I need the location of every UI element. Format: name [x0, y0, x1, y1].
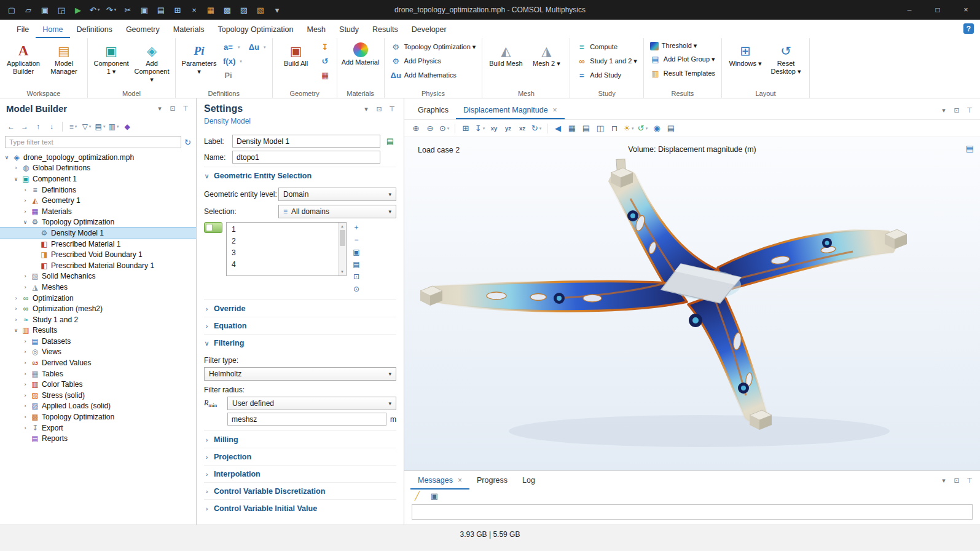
tree-toggle-icon[interactable]: › [13, 165, 19, 171]
zoom-out-icon[interactable]: ⊖ [423, 122, 437, 135]
add-to-selection-icon[interactable]: + [350, 222, 363, 233]
create-selection-icon[interactable]: ⊡ [350, 271, 363, 282]
tree-toggle-icon[interactable]: › [22, 273, 28, 279]
tree-item-geometry-1[interactable]: ›◭Geometry 1 [0, 195, 196, 206]
tree-toggle-icon[interactable]: › [22, 425, 28, 431]
drone-3d-model[interactable] [404, 137, 980, 470]
scroll-up-icon[interactable]: ▲ [340, 223, 344, 230]
selection-list-item[interactable]: 1 [227, 223, 338, 235]
tree-item-views[interactable]: ›◎Views [0, 347, 196, 358]
paste-selection-icon[interactable]: ▤ [350, 259, 363, 270]
filter-radius-dropdown[interactable]: User defined [227, 397, 396, 410]
view-yz-icon[interactable]: yz [501, 122, 515, 135]
windows-button[interactable]: ⊞Windows ▾ [726, 40, 765, 77]
tree-toggle-icon[interactable]: › [22, 392, 28, 398]
functions-button[interactable]: f(x)▾ [221, 54, 245, 68]
tree-item-study-1-and-2[interactable]: ›≈Study 1 and 2 [0, 314, 196, 325]
snapshot-icon[interactable]: ◉ [650, 122, 664, 135]
clear-log-icon[interactable]: ╱ [412, 491, 423, 502]
close-tab-icon[interactable]: × [553, 106, 557, 114]
menu-tab-materials[interactable]: Materials [167, 22, 211, 38]
tree-item-optimization-mesh2[interactable]: ›∞Optimization (mesh2) [0, 303, 196, 314]
section-milling[interactable]: ›Milling [204, 430, 396, 448]
add-physics-button[interactable]: ⚙Add Physics [388, 54, 479, 68]
tree-toggle-icon[interactable]: › [22, 360, 28, 366]
threshold-button[interactable]: Threshold ▾ [648, 40, 718, 52]
orientation-icon[interactable]: ↧▾ [473, 122, 487, 135]
view-xy-icon[interactable]: xy [487, 122, 501, 135]
preview-icon[interactable]: ◲ [53, 2, 69, 17]
graphics-canvas[interactable]: Load case 2 Volume: Displacement magnitu… [404, 137, 980, 470]
add-plot-group-button[interactable]: ▤Add Plot Group ▾ [648, 52, 718, 66]
filter-radius-input[interactable] [227, 413, 386, 426]
update-view-icon[interactable]: ↻▾ [530, 122, 543, 135]
panel-pin-icon[interactable]: ⊤ [965, 106, 974, 114]
menu-tab-study[interactable]: Study [332, 22, 366, 38]
view-xz-icon[interactable]: xz [515, 122, 529, 135]
tree-item-materials[interactable]: ›▦Materials [0, 206, 196, 217]
messages-output[interactable] [412, 504, 973, 520]
copy-selection-icon[interactable]: ▣ [350, 247, 363, 258]
active-toggle[interactable] [204, 222, 222, 233]
tree-toggle-icon[interactable]: › [13, 295, 19, 301]
forward-icon[interactable]: → [18, 121, 31, 133]
tree-item-color-tables[interactable]: ›▥Color Tables [0, 379, 196, 390]
zoom-to-selection-icon[interactable]: ⊙ [350, 283, 363, 295]
gfx-tab-graphics[interactable]: Graphics [410, 101, 456, 119]
parameters-button[interactable]: PiParameters ▾ [179, 40, 219, 77]
close-tab-icon[interactable]: × [458, 476, 462, 485]
tree-toggle-icon[interactable]: › [22, 349, 28, 355]
msg-tab-messages[interactable]: Messages× [410, 471, 469, 490]
tree-toggle-icon[interactable]: › [22, 414, 28, 420]
section-equation[interactable]: ›Equation [204, 317, 396, 334]
refresh-icon[interactable]: ↻ [184, 138, 191, 147]
undo-icon[interactable]: ↶▾ [87, 2, 103, 17]
tree-item-tables[interactable]: ›▦Tables [0, 368, 196, 379]
tree-item-global-definitions[interactable]: ›◍Global Definitions [0, 163, 196, 174]
panel-detach-icon[interactable]: ⊡ [168, 105, 177, 113]
add-material-button[interactable]: Add Material [341, 40, 380, 68]
mesh-toolbar-icon[interactable]: ▩ [219, 2, 235, 17]
remove-from-selection-icon[interactable]: − [350, 234, 363, 245]
section-geometric-entity-selection[interactable]: ∨ Geometric Entity Selection [204, 167, 396, 184]
redo-icon[interactable]: ↷▾ [103, 2, 119, 17]
tree-item-topology-optimization[interactable]: ∨⚙Topology Optimization [0, 217, 196, 228]
section-interpolation[interactable]: ›Interpolation [204, 465, 396, 482]
collapse-all-icon[interactable]: ▤▾ [94, 121, 106, 133]
tree-item-stress-solid[interactable]: ›▨Stress (solid) [0, 390, 196, 401]
cut-icon[interactable]: ✂ [120, 2, 136, 17]
nonlocal-couplings-button[interactable]: Δu▾ [246, 40, 269, 54]
filter-input[interactable] [5, 136, 181, 148]
panel-detach-icon[interactable]: ⊡ [375, 105, 383, 113]
tree-toggle-icon[interactable]: › [22, 403, 28, 409]
section-projection[interactable]: ›Projection [204, 448, 396, 465]
reset-desktop-button[interactable]: ↺Reset Desktop ▾ [766, 40, 806, 77]
add-component-button[interactable]: ◈Add Component ▾ [132, 40, 171, 85]
selection-list-item[interactable]: 2 [227, 235, 338, 247]
go-to-default-view-icon[interactable]: ⊞ [459, 122, 472, 135]
menu-tab-home[interactable]: Home [36, 22, 69, 38]
plot-settings-icon[interactable]: ▤ [966, 143, 974, 153]
variables-button[interactable]: a=▾ [221, 40, 245, 54]
menu-tab-developer[interactable]: Developer [405, 22, 453, 38]
tree-item-drone-topology-optimization-mph[interactable]: ∨◈drone_topology_optimization.mph [0, 152, 196, 163]
new-file-icon[interactable]: ▢ [4, 2, 20, 17]
panel-pin-icon[interactable]: ⊤ [181, 105, 190, 113]
show-grid-icon[interactable]: ▦ [565, 122, 579, 135]
clip-plane-icon[interactable]: ◫ [594, 122, 607, 135]
back-icon[interactable]: ← [5, 121, 17, 133]
move-down-icon[interactable]: ↓ [45, 121, 58, 133]
tree-toggle-icon[interactable]: › [13, 306, 19, 312]
selection-list-scrollbar[interactable]: ▲ ▼ [338, 223, 346, 276]
menu-tab-results[interactable]: Results [366, 22, 405, 38]
close-button[interactable]: × [952, 0, 980, 20]
panel-menu-icon[interactable]: ▾ [362, 105, 370, 113]
menu-tab-geometry[interactable]: Geometry [119, 22, 167, 38]
tree-toggle-icon[interactable]: ∨ [22, 219, 28, 225]
tree-item-component-1[interactable]: ∨▣Component 1 [0, 173, 196, 184]
result-templates-button[interactable]: ▥Result Templates [648, 66, 718, 81]
scroll-thumb[interactable] [340, 230, 345, 246]
menu-tab-file[interactable]: File [10, 22, 36, 38]
tree-toggle-icon[interactable]: › [22, 338, 28, 344]
tree-toggle-icon[interactable]: › [22, 381, 28, 387]
